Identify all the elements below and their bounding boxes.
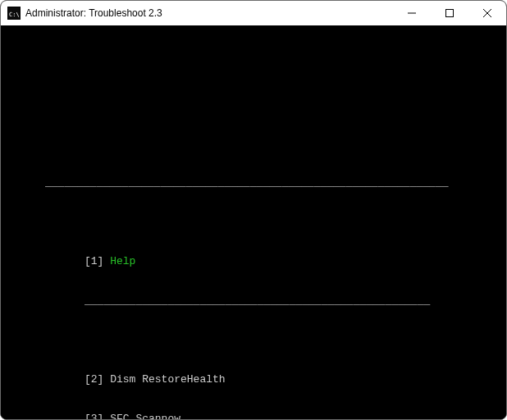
menu-key-1: [1] xyxy=(84,255,110,267)
close-button[interactable] xyxy=(468,1,506,25)
menu-item-dism: [2] Dism RestoreHealth xyxy=(6,373,498,386)
app-window: C:\ Administrator: Troubleshoot 2.3 ____… xyxy=(0,0,507,420)
cmd-icon: C:\ xyxy=(7,7,21,20)
divider-1: ________________________________________… xyxy=(6,294,498,308)
window-title: Administrator: Troubleshoot 2.3 xyxy=(25,7,162,19)
menu-label-help: Help xyxy=(110,255,135,267)
maximize-button[interactable] xyxy=(431,1,468,25)
menu-item-help: [1] Help xyxy=(6,255,498,268)
divider-top: ________________________________________… xyxy=(6,176,498,189)
menu-item-sfc: [3] SFC Scannow xyxy=(6,413,498,419)
titlebar[interactable]: C:\ Administrator: Troubleshoot 2.3 xyxy=(1,1,506,25)
terminal-area[interactable]: ________________________________________… xyxy=(1,25,506,419)
svg-rect-4 xyxy=(446,10,454,17)
svg-text:C:\: C:\ xyxy=(9,11,20,18)
minimize-button[interactable] xyxy=(393,1,431,25)
